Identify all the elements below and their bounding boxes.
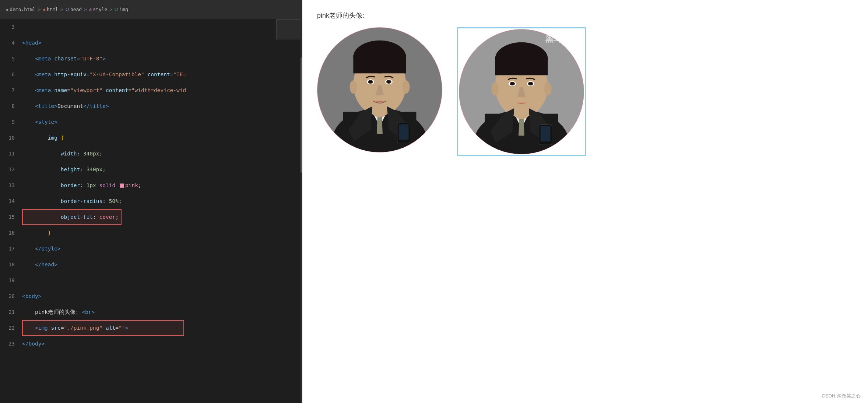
svg-point-36: [491, 82, 499, 95]
svg-point-11: [369, 81, 372, 83]
svg-rect-41: [541, 126, 551, 141]
html-icon: ◈: [43, 7, 46, 12]
style-icon: #: [89, 7, 92, 12]
code-line-3: 3: [0, 19, 302, 35]
code-line-9: 9 <style>: [0, 114, 302, 130]
code-line-20: 20 <body>: [0, 288, 302, 304]
breadcrumb-style: # style: [89, 7, 107, 12]
breadcrumb-html: ◈ html: [43, 7, 59, 12]
editor-panel: demo.html > ◈ html > ⬡ head > # style > …: [0, 0, 302, 403]
breadcrumb-sep-3: >: [84, 7, 87, 12]
code-line-16: 16 }: [0, 225, 302, 241]
preview-content: pink老师的头像:: [302, 0, 868, 403]
svg-rect-29: [495, 57, 548, 76]
code-line-7: 7 <meta name="viewport" content="width=d…: [0, 83, 302, 98]
code-line-19: 19: [0, 273, 302, 288]
code-line-11: 11 width: 340px;: [0, 146, 302, 162]
svg-point-14: [387, 81, 390, 83]
img-circle-2: [459, 29, 584, 154]
code-lines: 3 4 <head> 5 <meta charset="UTF-8"> 6 <m…: [0, 19, 302, 352]
code-line-12: 12 height: 340px;: [0, 162, 302, 178]
breadcrumb-img: ⬡ img: [115, 7, 128, 12]
img-icon: ⬡: [115, 7, 118, 12]
code-line-22: 22 <img src="./pink.png" alt="">: [0, 320, 302, 336]
code-area[interactable]: 3 4 <head> 5 <meta charset="UTF-8"> 6 <m…: [0, 19, 302, 403]
img-container-2: 黑马前端: [457, 27, 586, 156]
code-line-18: 18 </head>: [0, 257, 302, 273]
svg-point-15: [349, 80, 357, 94]
svg-point-35: [529, 83, 532, 85]
code-line-13: 13 border: 1px solid pink;: [0, 178, 302, 193]
html-file-icon: [6, 7, 8, 12]
code-line-4: 4 <head>: [0, 35, 302, 51]
code-line-6: 6 <meta http-equiv="X-UA-Compatible" con…: [0, 67, 302, 83]
code-line-10: 10 img {: [0, 130, 302, 146]
code-line-23: 23 </body>: [0, 336, 302, 352]
code-line-15: 15 object-fit: cover;: [0, 209, 302, 225]
svg-point-37: [544, 82, 552, 95]
breadcrumb-sep-4: >: [109, 7, 112, 12]
breadcrumb-head: ⬡ head: [66, 7, 82, 12]
svg-rect-8: [353, 55, 406, 74]
portrait-svg-2: [459, 29, 584, 154]
code-line-8: 8 <title>Document</title>: [0, 98, 302, 114]
code-line-21: 21 pink老师的头像: <br>: [0, 304, 302, 320]
svg-rect-20: [399, 124, 409, 140]
images-row: 黑马前端: [317, 27, 853, 156]
preview-panel: pink老师的头像:: [302, 0, 868, 403]
csdn-watermark: CSDN @微笑之心: [822, 393, 861, 399]
breadcrumb-file: demo.html: [6, 7, 36, 12]
breadcrumb-sep-1: >: [38, 7, 41, 12]
breadcrumb-sep-2: >: [60, 7, 63, 12]
scrollbar-thumb[interactable]: [301, 57, 302, 173]
img-container-1: [317, 27, 442, 153]
portrait-svg-1: [317, 27, 442, 153]
head-icon: ⬡: [66, 7, 69, 12]
svg-point-16: [403, 80, 410, 94]
code-line-14: 14 border-radius: 50%;: [0, 193, 302, 209]
preview-label: pink老师的头像:: [317, 11, 853, 20]
watermark: 黑马前端: [545, 34, 579, 45]
code-line-17: 17 </style>: [0, 241, 302, 257]
svg-point-32: [511, 83, 514, 85]
code-line-5: 5 <meta charset="UTF-8">: [0, 51, 302, 67]
img-circle-1: [317, 27, 442, 153]
breadcrumb: demo.html > ◈ html > ⬡ head > # style > …: [0, 0, 302, 19]
